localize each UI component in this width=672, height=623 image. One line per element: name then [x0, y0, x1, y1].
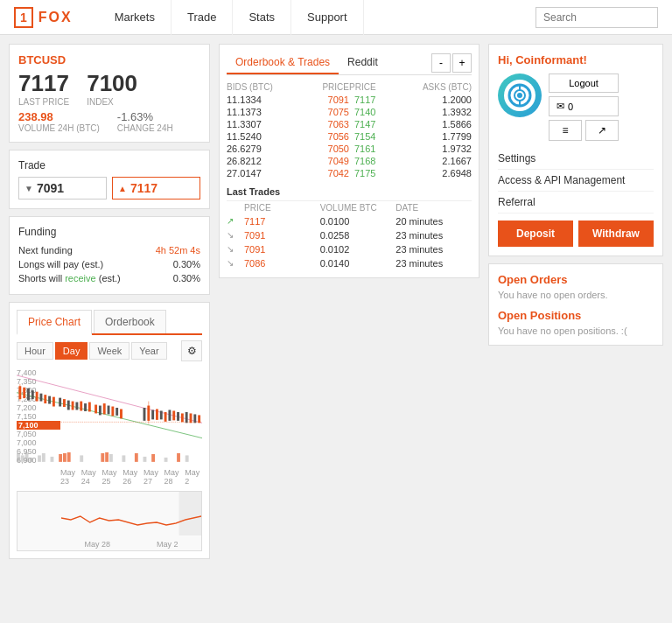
sell-input-wrap[interactable]: ▼ 7091 — [18, 177, 107, 200]
list-button[interactable]: ≡ — [549, 120, 582, 141]
ask-1: 1.3932 — [410, 107, 472, 117]
logo: 1 FOX — [14, 7, 73, 28]
svg-rect-25 — [23, 388, 25, 398]
bid-5: 26.8212 — [227, 156, 288, 166]
nav-stats[interactable]: Stats — [233, 0, 291, 35]
ob-row-2: 11.3307 7063 7147 1.5866 — [227, 118, 472, 130]
nav-support[interactable]: Support — [291, 0, 364, 35]
logo-number: 1 — [14, 7, 33, 28]
ob-col-price1: PRICE — [288, 82, 349, 92]
funding-shorts-label: Shorts will receive (est.) — [18, 273, 121, 284]
referral-menu-item[interactable]: Referral — [498, 192, 654, 214]
svg-rect-26 — [27, 388, 30, 401]
svg-rect-16 — [122, 455, 125, 461]
chart-tab-bar: Price Chart Orderbook — [17, 310, 202, 335]
settings-menu-item[interactable]: Settings — [498, 148, 654, 170]
lt-date-1: 23 minutes — [396, 230, 472, 241]
ask-3: 1.7799 — [410, 131, 472, 142]
svg-rect-21 — [177, 453, 180, 462]
bid-price-6: 7042 — [288, 168, 349, 178]
chart-interval-day[interactable]: Day — [55, 342, 88, 360]
avatar — [498, 74, 542, 117]
open-positions-title: Open Positions — [498, 309, 654, 322]
plus-button[interactable]: + — [452, 53, 472, 73]
x-label-1: May 24 — [81, 468, 102, 486]
ob-row-5: 26.8212 7049 7168 2.1667 — [227, 155, 472, 167]
buy-input-wrap[interactable]: ▲ 7117 — [112, 177, 200, 200]
change-label: CHANGE 24H — [117, 123, 173, 133]
funding-longs-row: Longs will pay (est.) 0.30% — [18, 257, 200, 271]
bid-4: 26.6279 — [227, 144, 288, 154]
orderbook-rows: 11.1334 7091 7117 1.2000 11.1373 7075 71… — [227, 94, 472, 179]
x-label-6: May 2 — [185, 468, 202, 486]
access-menu-item[interactable]: Access & API Management — [498, 170, 654, 192]
tab-price-chart[interactable]: Price Chart — [17, 310, 92, 335]
open-orders-text: You have no open orders. — [498, 290, 654, 300]
chart-interval-week[interactable]: Week — [89, 342, 130, 360]
chart-interval-year[interactable]: Year — [131, 342, 166, 360]
svg-rect-35 — [67, 401, 70, 410]
lt-price-2: 7091 — [244, 244, 320, 255]
deposit-button[interactable]: Deposit — [498, 220, 573, 247]
lt-row-0: ↗ 7117 0.0100 20 minutes — [227, 214, 472, 228]
right-column: Hi, Coinformant! — [488, 44, 663, 559]
tab-orderbook-chart[interactable]: Orderbook — [94, 310, 166, 333]
lt-date-2: 23 minutes — [396, 244, 472, 255]
search-box — [536, 7, 658, 28]
logout-button[interactable]: Logout — [549, 74, 619, 93]
ask-price-3: 7154 — [349, 131, 410, 142]
tab-reddit[interactable]: Reddit — [339, 52, 387, 74]
last-trades-label: Last Trades — [227, 186, 472, 197]
lt-row-1: ↘ 7091 0.0258 23 minutes — [227, 228, 472, 242]
svg-rect-4 — [25, 452, 29, 462]
ask-price-0: 7117 — [349, 94, 410, 105]
avatar-svg — [507, 82, 533, 108]
ask-0: 1.2000 — [410, 94, 472, 105]
search-input[interactable] — [536, 7, 658, 28]
bid-1: 11.1373 — [227, 107, 288, 117]
svg-rect-55 — [168, 410, 171, 420]
svg-rect-30 — [44, 395, 46, 403]
minus-button[interactable]: - — [431, 53, 451, 73]
trading-pair: BTCUSD — [18, 53, 200, 66]
svg-rect-42 — [99, 406, 102, 416]
orderbook-card: Orderbook & Trades Reddit - + BIDS (BTC)… — [219, 44, 480, 278]
chart-svg — [17, 367, 202, 466]
lt-vol-1: 0.0258 — [320, 230, 396, 241]
bid-price-5: 7049 — [288, 156, 349, 166]
svg-rect-62 — [198, 415, 200, 423]
lt-col-date: DATE — [396, 203, 472, 213]
svg-rect-47 — [120, 409, 122, 418]
orderbook-header: BIDS (BTC) PRICE PRICE ASKS (BTC) — [227, 80, 472, 94]
withdraw-button[interactable]: Withdraw — [578, 220, 654, 247]
svg-rect-60 — [190, 413, 192, 423]
funding-longs-label: Longs will pay (est.) — [18, 259, 103, 270]
last-trades-header: PRICE VOLUME BTC DATE — [227, 200, 472, 214]
center-column: Orderbook & Trades Reddit - + BIDS (BTC)… — [219, 44, 480, 559]
x-label-3: May 26 — [122, 468, 144, 486]
svg-rect-34 — [63, 399, 66, 407]
lt-price-1: 7091 — [244, 230, 320, 241]
svg-rect-53 — [160, 410, 163, 419]
nav-markets[interactable]: Markets — [99, 0, 172, 35]
transfer-button[interactable]: ↗ — [585, 120, 619, 141]
header: 1 FOX Markets Trade Stats Support — [0, 0, 672, 35]
funding-shorts-value: 0.30% — [173, 273, 200, 284]
lt-arrow-1: ↘ — [227, 230, 244, 241]
ob-row-4: 26.6279 7050 7161 1.9732 — [227, 143, 472, 155]
bid-6: 27.0147 — [227, 168, 288, 178]
funding-next-value: 4h 52m 4s — [156, 245, 200, 256]
lt-vol-3: 0.0140 — [320, 258, 396, 269]
svg-rect-22 — [186, 455, 189, 461]
ob-col-bids: BIDS (BTC) — [227, 82, 288, 92]
tab-orderbook-trades[interactable]: Orderbook & Trades — [227, 52, 339, 74]
ask-price-4: 7161 — [349, 144, 410, 154]
change-value: -1.63% — [117, 110, 173, 123]
chart-settings-button[interactable]: ⚙ — [181, 340, 202, 361]
orderbook-tabs: Orderbook & Trades Reddit - + — [227, 52, 472, 75]
nav-trade[interactable]: Trade — [172, 0, 233, 35]
chart-interval-hour[interactable]: Hour — [17, 342, 53, 360]
messages-button[interactable]: ✉ 0 — [549, 96, 619, 116]
ob-row-0: 11.1334 7091 7117 1.2000 — [227, 94, 472, 106]
funding-shorts-row: Shorts will receive (est.) 0.30% — [18, 271, 200, 285]
